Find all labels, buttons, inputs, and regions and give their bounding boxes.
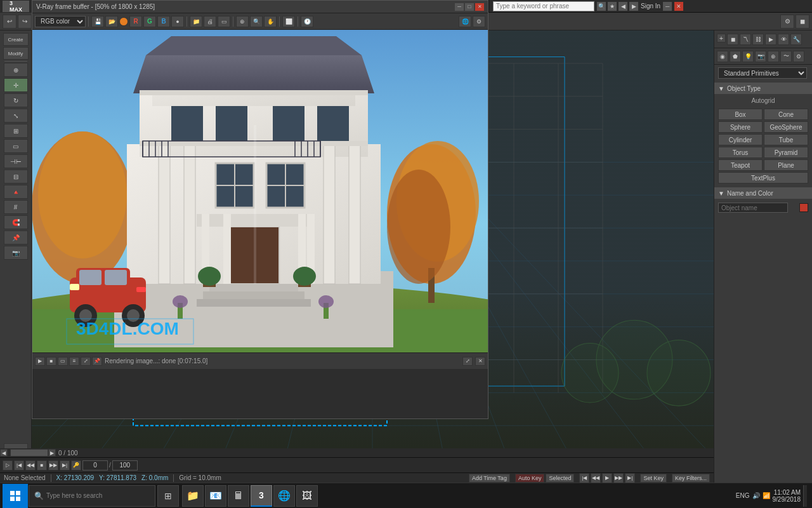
mirror-tool[interactable]: ⊣⊢ bbox=[4, 154, 28, 168]
start-button[interactable] bbox=[3, 484, 28, 508]
help-minimize-btn[interactable]: ─ bbox=[663, 2, 672, 11]
vb-stop-btn[interactable]: ■ bbox=[46, 357, 56, 366]
nav-5-btn[interactable]: ▶| bbox=[625, 473, 635, 483]
rp-modify-btn[interactable]: 〽 bbox=[740, 34, 751, 45]
rp-hierarchy-btn[interactable]: ⛓ bbox=[752, 34, 764, 45]
rp-systems-icon[interactable]: ⚙ bbox=[793, 51, 804, 62]
vray-minimize-btn[interactable]: ─ bbox=[455, 3, 464, 11]
textplus-btn[interactable]: TextPlus bbox=[718, 172, 808, 184]
key-filters-btn[interactable]: Key Filters... bbox=[672, 474, 710, 483]
settings-btn[interactable]: ⚙ bbox=[780, 15, 794, 29]
help-next-btn[interactable]: ▶ bbox=[629, 2, 638, 11]
geosphere-btn[interactable]: GeoSphere bbox=[764, 121, 808, 133]
vt-settings-btn[interactable]: ⚙ bbox=[473, 16, 485, 27]
grid-tool[interactable]: # bbox=[4, 200, 28, 214]
rp-cameras-icon[interactable]: 📷 bbox=[755, 51, 766, 62]
play-mode-btn[interactable]: ▷ bbox=[3, 460, 13, 471]
vt-globe-btn[interactable]: 🌐 bbox=[459, 16, 471, 27]
key-mode-btn[interactable]: 🔑 bbox=[71, 460, 81, 471]
selected-btn[interactable]: Selected bbox=[546, 474, 574, 483]
hierarchy-tool[interactable]: 🔺 bbox=[4, 185, 28, 199]
move-tool[interactable]: ✛ bbox=[4, 78, 28, 92]
vb-pin-btn[interactable]: 📌 bbox=[92, 357, 102, 366]
rp-utilities-btn[interactable]: 🔧 bbox=[790, 34, 802, 45]
frame-total-input[interactable] bbox=[112, 460, 138, 471]
language-btn[interactable]: ENG bbox=[736, 492, 750, 499]
box-btn[interactable]: Box bbox=[718, 109, 763, 120]
vt-open-btn[interactable]: 📁 bbox=[190, 16, 202, 27]
vb-close-view-btn[interactable]: ✕ bbox=[475, 357, 485, 366]
photos-btn[interactable]: 🖼 bbox=[296, 485, 318, 507]
vray-maximize-btn[interactable]: □ bbox=[465, 3, 474, 11]
name-color-header[interactable]: ▼ Name and Color bbox=[714, 187, 812, 199]
vt-save-btn[interactable]: 💾 bbox=[91, 16, 104, 27]
modify-tab[interactable]: Modify bbox=[3, 47, 29, 60]
vb-region-btn[interactable]: ▭ bbox=[58, 357, 68, 366]
network-icon[interactable]: 📶 bbox=[763, 492, 770, 499]
cone-btn[interactable]: Cone bbox=[764, 109, 808, 120]
frame-input[interactable] bbox=[82, 460, 108, 471]
nav-3-btn[interactable]: ▶ bbox=[602, 473, 612, 483]
render-tool[interactable]: 📷 bbox=[4, 246, 28, 260]
help-bookmark-btn[interactable]: ★ bbox=[608, 2, 617, 11]
vb-render-btn[interactable]: ▶ bbox=[35, 357, 45, 366]
nav-4-btn[interactable]: ▶▶ bbox=[613, 473, 624, 483]
nav-1-btn[interactable]: |◀ bbox=[579, 473, 589, 483]
scroll-left-btn[interactable]: ◀ bbox=[0, 449, 8, 457]
teapot-btn[interactable]: Teapot bbox=[718, 159, 763, 171]
vt-rgb-b-btn[interactable]: B bbox=[157, 16, 170, 27]
vt-stamp-btn[interactable]: 🖨 bbox=[204, 16, 216, 27]
vt-load-btn[interactable]: 📂 bbox=[105, 16, 118, 27]
vray-close-btn[interactable]: ✕ bbox=[475, 3, 484, 11]
rp-helpers-icon[interactable]: ⊕ bbox=[768, 51, 779, 62]
play-back-btn[interactable]: ◀◀ bbox=[25, 460, 36, 471]
sign-in-label[interactable]: Sign In bbox=[641, 3, 660, 10]
redo-btn[interactable]: ↪ bbox=[18, 15, 32, 29]
3dsmax-taskbar-btn[interactable]: 3 bbox=[251, 485, 272, 507]
play-fwd-btn[interactable]: ▶▶ bbox=[48, 460, 58, 471]
vt-aspect-btn[interactable]: ⬜ bbox=[282, 16, 295, 27]
clock-area[interactable]: 11:02 AM 9/29/2018 bbox=[773, 489, 801, 503]
torus-btn[interactable]: Torus bbox=[718, 147, 763, 158]
rp-geometry-icon[interactable]: ◉ bbox=[717, 51, 728, 62]
vt-rgb-g-btn[interactable]: G bbox=[143, 16, 156, 27]
mail-btn[interactable]: 📧 bbox=[205, 485, 226, 507]
object-name-input[interactable] bbox=[718, 203, 788, 213]
vt-crosshair-btn[interactable]: ⊕ bbox=[236, 16, 249, 27]
help-search-btn[interactable]: 🔍 bbox=[597, 2, 606, 11]
vt-color-btn[interactable] bbox=[119, 17, 128, 26]
region-tool[interactable]: ▭ bbox=[4, 139, 28, 153]
rp-shapes-icon[interactable]: ⬟ bbox=[730, 51, 741, 62]
vb-expand-btn[interactable]: ⤢ bbox=[462, 357, 473, 366]
undo-btn[interactable]: ↩ bbox=[3, 15, 16, 29]
set-key-btn[interactable]: Set Key bbox=[640, 474, 667, 483]
show-desktop-btn[interactable] bbox=[803, 485, 807, 507]
rp-lights-icon[interactable]: 💡 bbox=[742, 51, 754, 62]
nav-2-btn[interactable]: ◀◀ bbox=[591, 473, 601, 483]
plane-btn[interactable]: Plane bbox=[764, 159, 808, 171]
add-time-tag-btn[interactable]: Add Time Tag bbox=[469, 474, 510, 483]
rp-add-btn[interactable]: + bbox=[717, 34, 726, 43]
sphere-btn[interactable]: Sphere bbox=[718, 121, 763, 133]
pyramid-btn[interactable]: Pyramid bbox=[764, 147, 808, 158]
vb-zoom-full-btn[interactable]: ⤢ bbox=[81, 357, 91, 366]
rp-create-btn[interactable]: ◼ bbox=[727, 34, 738, 45]
calculator-btn[interactable]: 🖩 bbox=[228, 485, 249, 507]
align-tool[interactable]: ⊟ bbox=[4, 170, 28, 184]
select-tool[interactable]: ⊕ bbox=[4, 63, 28, 77]
rotate-tool[interactable]: ↻ bbox=[4, 93, 28, 107]
view-cube-btn[interactable]: ◼ bbox=[796, 15, 809, 29]
vb-channels-btn[interactable]: ≡ bbox=[69, 357, 79, 366]
stop-btn[interactable]: ■ bbox=[37, 460, 47, 471]
frame-next-btn[interactable]: ▶| bbox=[60, 460, 70, 471]
vt-sphere-btn[interactable]: ● bbox=[171, 16, 184, 27]
taskbar-search[interactable]: 🔍 Type here to search bbox=[29, 485, 155, 507]
vt-pan-btn[interactable]: ✋ bbox=[264, 16, 277, 27]
tube-btn[interactable]: Tube bbox=[764, 134, 808, 145]
named-sel-tool[interactable]: 📌 bbox=[4, 231, 28, 244]
help-close-btn[interactable]: ✕ bbox=[674, 2, 683, 11]
volume-icon[interactable]: 🔊 bbox=[752, 492, 760, 499]
rp-motion-btn[interactable]: ▶ bbox=[765, 34, 776, 45]
taskview-btn[interactable]: ⊞ bbox=[157, 485, 179, 507]
object-type-header[interactable]: ▼ Object Type bbox=[714, 83, 812, 94]
